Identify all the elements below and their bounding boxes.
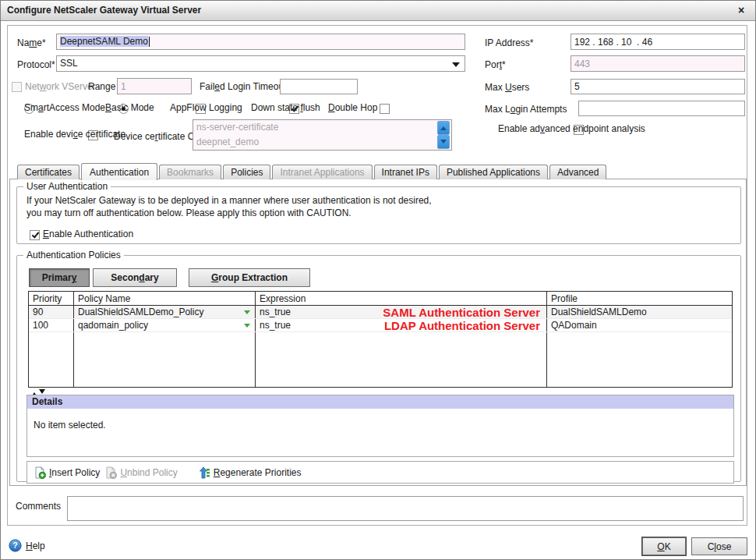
help-button[interactable]: ? Help: [9, 539, 45, 552]
down-state-flush-label: Down state flush: [251, 102, 320, 113]
ok-button[interactable]: OK: [642, 537, 686, 555]
user-authentication-legend: User Authentication: [23, 181, 111, 192]
column-header-profile[interactable]: Profile: [547, 292, 732, 305]
name-label: Name*: [17, 37, 46, 48]
regenerate-priorities-icon: [198, 466, 210, 479]
range-label: Range: [88, 81, 115, 92]
authentication-tab-panel: User Authentication If your NetScaler Ga…: [9, 179, 747, 486]
list-item[interactable]: deepnet_demo: [193, 135, 451, 150]
scroll-up-button[interactable]: [437, 121, 450, 135]
policy-dropdown-icon[interactable]: [244, 310, 250, 317]
range-input: [117, 78, 192, 94]
svg-text:?: ?: [12, 541, 17, 550]
user-authentication-text-line1: If your NetScaler Gateway is to be deplo…: [26, 195, 432, 206]
tab-intranet-ips[interactable]: Intranet IPs: [374, 165, 437, 179]
policy-toolbar: Insert Policy Unbind Policy Regenerate P…: [26, 461, 734, 484]
device-certificate-ca-listbox[interactable]: ns-server-certificate deepnet_demo: [193, 119, 452, 151]
tab-strip: Certificates Authentication Bookmarks Po…: [17, 161, 608, 179]
ip-address-label: IP Address*: [485, 37, 533, 48]
details-empty-text: No item selected.: [27, 409, 733, 441]
arrow-up-icon: [440, 123, 447, 130]
max-login-attempts-label: Max Login Attempts: [485, 104, 567, 115]
column-header-expression[interactable]: Expression: [256, 292, 547, 305]
close-icon[interactable]: ×: [733, 2, 749, 18]
tab-certificates[interactable]: Certificates: [17, 165, 79, 179]
name-input[interactable]: DeepnetSAML Demo: [56, 34, 465, 50]
appflow-logging-label: AppFlow Logging: [170, 102, 242, 113]
title-bar: Configure NetScaler Gateway Virtual Serv…: [1, 1, 755, 21]
regenerate-priorities-button[interactable]: Regenerate Priorities: [198, 466, 302, 479]
max-users-label: Max Users: [485, 82, 529, 93]
saml-annotation: SAML Authentication Server: [383, 306, 540, 318]
comments-input[interactable]: [67, 496, 744, 521]
details-header: Details: [27, 395, 733, 409]
help-icon: ?: [9, 539, 22, 552]
network-vserver-checkbox: [12, 82, 22, 92]
dialog-title: Configure NetScaler Gateway Virtual Serv…: [7, 1, 201, 20]
scroll-down-button[interactable]: [437, 135, 450, 149]
tab-intranet-applications: Intranet Applications: [272, 165, 372, 179]
authentication-policies-group: Authentication Policies Primary Secondar…: [16, 255, 741, 482]
text-caret: [149, 37, 150, 47]
content-frame: Name* DeepnetSAML Demo IP Address* Proto…: [7, 25, 747, 526]
user-authentication-group: User Authentication If your NetScaler Ga…: [16, 186, 741, 244]
secondary-tab-button[interactable]: Secondary: [93, 268, 177, 287]
insert-policy-icon: [34, 466, 46, 479]
chevron-down-icon: [452, 62, 460, 71]
device-certificate-ca-label: Device certificate CA: [114, 131, 200, 142]
insert-policy-button[interactable]: Insert Policy: [34, 466, 100, 479]
ldap-annotation: LDAP Authentication Server: [384, 319, 540, 331]
table-row[interactable]: 90 DualShieldSAMLDemo_Policy ns_trueSAML…: [29, 306, 732, 319]
smartaccess-mode-label: SmartAccess Mode: [24, 102, 105, 113]
close-button[interactable]: Close: [691, 537, 747, 555]
comments-label: Comments: [16, 501, 61, 512]
user-authentication-text-line2: you may turn off authentication below. P…: [26, 207, 352, 218]
table-row[interactable]: 100 qadomain_policy ns_trueLDAP Authenti…: [29, 319, 732, 332]
unbind-policy-button: Unbind Policy: [104, 466, 177, 479]
tab-authentication[interactable]: Authentication: [81, 163, 157, 180]
enable-authentication-checkbox[interactable]: [30, 230, 40, 240]
double-hop-label: Double Hop: [328, 102, 377, 113]
policy-dropdown-icon[interactable]: [244, 324, 250, 331]
max-users-input[interactable]: [571, 79, 745, 94]
authentication-policies-legend: Authentication Policies: [23, 250, 124, 261]
name-selected-text: DeepnetSAML Demo: [60, 36, 148, 47]
tab-advanced[interactable]: Advanced: [549, 165, 606, 179]
primary-tab-button[interactable]: Primary: [29, 268, 90, 287]
unbind-policy-icon: [104, 466, 117, 479]
port-label: Port*: [485, 59, 506, 70]
enable-device-certificate-label: Enable device certificate: [24, 129, 125, 140]
port-input: [571, 55, 745, 72]
help-label: Help: [26, 541, 45, 551]
double-hop-checkbox[interactable]: [380, 104, 390, 114]
listbox-scrollbar: [437, 121, 450, 149]
column-header-policy-name[interactable]: Policy Name: [74, 292, 256, 305]
group-extraction-tab-button[interactable]: Group Extraction: [189, 268, 310, 287]
dialog-window: Configure NetScaler Gateway Virtual Serv…: [0, 0, 756, 560]
table-empty-area: [29, 332, 732, 387]
max-login-attempts-input[interactable]: [578, 101, 745, 116]
details-panel: Details No item selected.: [26, 395, 734, 457]
enable-authentication-label: Enable Authentication: [43, 229, 133, 239]
protocol-select[interactable]: SSL: [56, 55, 465, 72]
ip-address-input[interactable]: [571, 34, 745, 50]
failed-login-timeout-input[interactable]: [280, 79, 358, 94]
arrow-down-icon: [440, 140, 447, 147]
enable-endpoint-analysis-label: Enable advanced endpoint analysis: [498, 123, 645, 134]
tab-policies[interactable]: Policies: [223, 165, 270, 179]
failed-login-timeout-label: Failed Login Timeout: [200, 81, 286, 92]
column-header-priority[interactable]: Priority: [29, 292, 74, 305]
table-header-row: Priority Policy Name Expression Profile: [29, 292, 732, 306]
tab-published-applications[interactable]: Published Applications: [439, 165, 548, 179]
protocol-label: Protocol*: [17, 59, 55, 70]
policies-table: Priority Policy Name Expression Profile …: [28, 291, 733, 388]
basic-mode-label: Basic Mode: [105, 102, 154, 113]
tab-bookmarks: Bookmarks: [159, 165, 221, 179]
network-vserver-label: Network VServer: [25, 81, 96, 92]
list-item[interactable]: ns-server-certificate: [193, 120, 451, 135]
